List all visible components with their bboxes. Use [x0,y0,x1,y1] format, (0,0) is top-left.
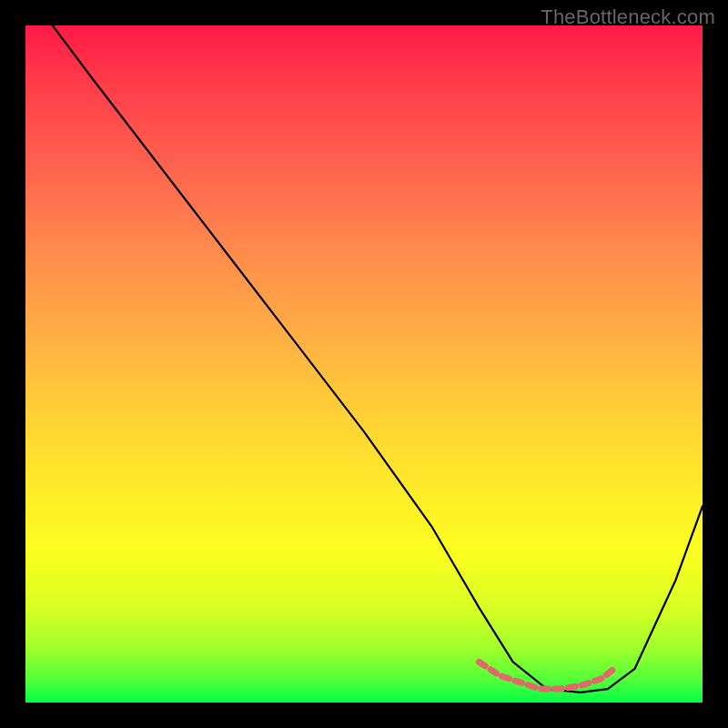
trough-highlight-line [479,662,614,689]
watermark-text: TheBottleneck.com [541,5,715,29]
chart-plot-area [25,25,703,703]
bottleneck-curve-line [53,25,703,693]
chart-svg [25,25,703,703]
